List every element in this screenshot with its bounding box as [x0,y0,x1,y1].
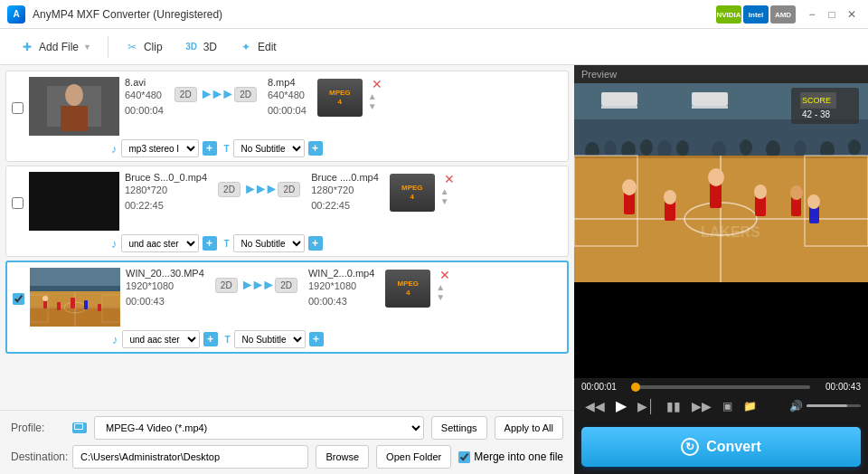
open-folder-button[interactable]: Open Folder [376,445,451,469]
svg-rect-17 [30,286,120,291]
output-details-3: 1920*108000:00:43 [308,279,374,308]
time-row: 00:00:01 00:00:43 [581,382,861,392]
file-remove-2[interactable]: ✕ [444,172,455,186]
folder-button[interactable]: 📁 [740,398,760,414]
screenshot-button[interactable]: ▣ [719,398,736,414]
skip-frame-button[interactable]: ▶│ [634,397,659,415]
subtitle-select-1[interactable]: No Subtitle [233,139,305,157]
dim-badge-out-1[interactable]: 2D [234,87,257,102]
audio-add-btn-1[interactable]: + [203,141,217,156]
progress-bar[interactable] [632,385,810,389]
dim-badge-out-2[interactable]: 2D [278,182,300,197]
file-item-bottom-1: ♪ mp3 stereo I + T No Subtitle + [111,139,562,157]
subtitle-add-btn-1[interactable]: + [308,141,323,156]
svg-rect-25 [601,92,637,106]
dim-badge-out-3[interactable]: 2D [275,278,297,293]
output-name-1: 8.mp4 [268,77,307,88]
subtitle-icon-1: T [224,144,230,154]
settings-button[interactable]: Settings [431,416,487,440]
svg-point-39 [740,139,752,156]
file-details-1: 640*48000:00:04 [125,88,164,118]
audio-icon-2: ♪ [111,237,118,251]
thumb-person-1 [29,77,119,136]
volume-bar[interactable] [807,404,861,407]
add-file-button[interactable]: ✚ Add File ▼ [11,35,100,59]
file-checkbox-3[interactable] [13,293,24,305]
codec-btn-2[interactable]: MPEG4 [390,174,435,212]
audio-add-btn-3[interactable]: + [203,332,218,346]
toolbar-separator-1 [108,36,108,58]
file-checkbox-2[interactable] [12,197,24,209]
profile-select[interactable]: MPEG-4 Video (*.mp4) [94,416,424,440]
toolbar: ✚ Add File ▼ ✂ Clip 3D 3D ✦ Edit [0,29,868,65]
minimize-button[interactable]: − [803,5,821,24]
svg-rect-28 [601,106,637,109]
file-arrows-2: 2D ►►► 2D [211,181,307,197]
skip-end-button[interactable]: ▶▶ [688,397,715,415]
audio-add-btn-2[interactable]: + [203,236,217,251]
apply-all-button[interactable]: Apply to All [495,416,563,440]
file-down-2[interactable]: ▼ [440,196,455,206]
clip-icon: ✂ [125,40,139,54]
amd-icon[interactable]: AMD [770,5,796,24]
svg-point-56 [708,168,724,186]
profile-icon [72,422,87,433]
svg-point-37 [676,140,689,156]
stop-button[interactable]: ▮▮ [663,397,684,415]
merge-checkbox[interactable] [458,451,470,463]
title-bar: A AnyMP4 MXF Converter (Unregistered) NV… [0,0,868,29]
subtitle-section-3: T No Subtitle + [225,330,324,348]
volume-icon: 🔊 [789,400,803,412]
audio-select-3[interactable]: und aac ster [122,330,200,348]
file-remove-1[interactable]: ✕ [372,77,382,91]
app-logo: A [7,5,25,24]
convert-button[interactable]: ↻ Convert [581,427,861,467]
file-down-1[interactable]: ▼ [368,101,382,111]
codec-arrows-2: ✕ ▲ ▼ [440,172,455,206]
preview-label: Preview [574,65,868,83]
file-name-2: Bruce S...0_0.mp4 [125,172,207,183]
play-button[interactable]: ▶ [612,395,630,416]
subtitle-add-btn-2[interactable]: + [308,236,323,251]
nvidia-icon[interactable]: NVIDIA [716,5,741,24]
codec-btn-3[interactable]: MPEG4 [385,270,430,308]
dest-input[interactable] [72,445,308,469]
clip-button[interactable]: ✂ Clip [116,35,172,59]
browse-button[interactable]: Browse [316,445,369,469]
maximize-button[interactable]: □ [823,5,841,24]
file-down-3[interactable]: ▼ [436,292,450,302]
file-list: 8.avi 640*48000:00:04 2D ►►► 2D 8.mp4 64… [0,65,574,410]
file-item-top-1: 8.avi 640*48000:00:04 2D ►►► 2D 8.mp4 64… [12,77,562,136]
file-up-3[interactable]: ▲ [436,282,450,292]
dim-badge-in-2[interactable]: 2D [218,182,241,197]
intel-icon[interactable]: Intel [743,5,769,24]
audio-select-2[interactable]: und aac ster [121,234,199,252]
svg-rect-29 [692,106,728,109]
close-button[interactable]: ✕ [843,5,861,24]
time-current: 00:00:01 [581,382,627,392]
subtitle-add-btn-3[interactable]: + [309,332,324,346]
thumb-black-2 [29,172,119,231]
subtitle-select-2[interactable]: No Subtitle [233,234,305,252]
dim-badge-in-1[interactable]: 2D [175,87,197,102]
svg-text:SCORE: SCORE [802,96,831,105]
arrow-icon-2: ►►► [243,181,276,197]
file-up-2[interactable]: ▲ [440,186,455,196]
dim-badge-in-3[interactable]: 2D [215,278,238,293]
file-checkbox-1[interactable] [12,102,24,114]
volume-area: 🔊 [789,400,861,412]
edit-button[interactable]: ✦ Edit [230,35,286,59]
skip-start-button[interactable]: ◀◀ [581,397,609,415]
codec-btn-1[interactable]: MPEG4 [317,79,363,117]
svg-point-52 [622,179,637,195]
3d-button[interactable]: 3D 3D [175,35,226,59]
subtitle-select-3[interactable]: No Subtitle [234,330,306,348]
profile-label: Profile: [11,422,65,434]
volume-fill [807,404,847,407]
file-up-1[interactable]: ▲ [368,91,382,101]
audio-select-1[interactable]: mp3 stereo I [121,139,199,157]
file-remove-3[interactable]: ✕ [439,268,450,282]
dest-row: Destination: Browse Open Folder Merge in… [11,445,563,469]
svg-rect-14 [98,304,101,311]
hw-accel-icons: NVIDIA Intel AMD [716,5,796,24]
